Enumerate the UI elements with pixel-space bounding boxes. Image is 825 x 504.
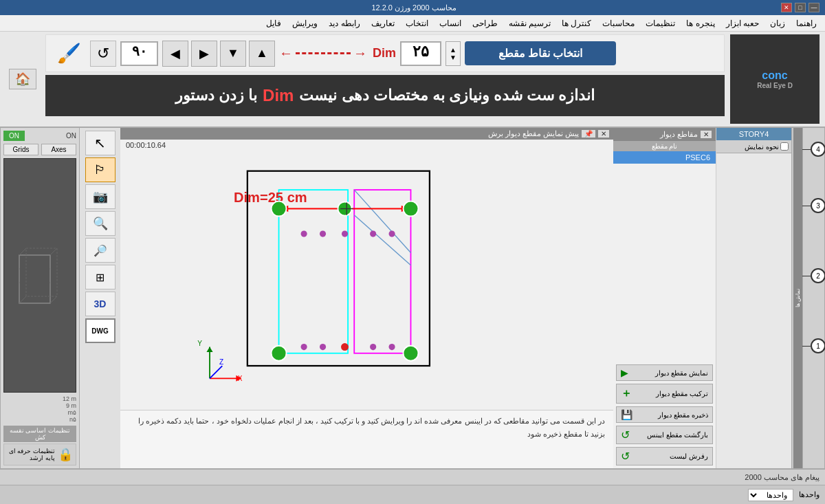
svg-point-14 [404, 346, 419, 361]
menu-item-definitions[interactable]: تعاریف [366, 17, 400, 30]
section-close-btn[interactable]: ✕ [701, 131, 712, 138]
display-checkbox[interactable] [780, 142, 789, 151]
lock-icon: 🔒 [58, 447, 73, 462]
menu-item-settings[interactable]: تنظیمات [640, 17, 681, 30]
reload-icon: ↺ [621, 428, 630, 441]
unit-select[interactable]: واحدها متر سانتیمتر [748, 489, 793, 501]
reload-section-label: بارگشت مقطع ایبنس [647, 431, 708, 439]
save-icon: 💾 [621, 409, 632, 420]
3d-view-tool[interactable]: 3D [85, 292, 116, 316]
arrow-left-button[interactable]: ◀ [162, 41, 188, 67]
svg-point-17 [342, 231, 348, 237]
pointer-tool[interactable]: ↖ [85, 131, 116, 155]
on-button[interactable]: ON [3, 131, 25, 141]
arrow-up-button[interactable]: ▲ [249, 41, 275, 67]
svg-point-24 [388, 344, 395, 350]
menu-item-toolbox[interactable]: حعبه ابزار [720, 17, 764, 30]
camera-tool[interactable]: 📷 [85, 184, 116, 209]
grids-button[interactable]: Grids [3, 144, 38, 155]
preview-pin-btn[interactable]: 📌 [582, 130, 595, 138]
menu-item-map[interactable]: ترسیم نقشه [503, 17, 556, 30]
section-item-psec6[interactable]: PSEC6 [613, 151, 716, 164]
arrow-right-button[interactable]: ▶ [191, 41, 217, 67]
nav-arrows: ◀ ▶ ▼ ▲ [162, 41, 275, 67]
far-right-panel: ON ON Axes Grids 12 m 9 [0, 128, 79, 468]
show-section-button[interactable]: نمایش مقطع دیوار ▶ [616, 364, 713, 381]
svg-text:Dim=25 cm: Dim=25 cm [234, 190, 307, 205]
svg-point-13 [272, 346, 287, 361]
unit-label: واحدها [799, 490, 820, 499]
story-marker-4: 4 [811, 142, 825, 157]
home-icon[interactable]: 🏠 [9, 69, 36, 89]
right-num-4: n۵ [3, 416, 76, 423]
reload-section-button[interactable]: بارگشت مقطع ایبنس ↺ [616, 426, 713, 444]
section-header: ✕ مقاطع دیوار [613, 128, 716, 141]
story-panel: STORY4 نحوه نمایش [716, 128, 792, 468]
story-header: STORY4 [716, 128, 791, 140]
3d-view-area [3, 158, 76, 393]
axes-button[interactable]: Axes [41, 144, 76, 155]
menu-item-view[interactable]: رابطه دید [323, 17, 365, 30]
close-button[interactable]: ✕ [781, 3, 792, 12]
undo-button[interactable]: ↺ [90, 41, 116, 67]
menu-item-calculations[interactable]: محاسبات [597, 17, 640, 30]
drawing-area: ✕ 📌 پیش نمایش مقطع دیوار برش 00:00:10.64 [120, 128, 613, 468]
menu-item-file[interactable]: فایل [261, 17, 287, 30]
on-label: ON [66, 132, 76, 140]
save-section-button[interactable]: ذخیره مقطع دیوار 💾 [616, 406, 713, 423]
refresh-list-button[interactable]: رفرش لیست ↺ [616, 447, 713, 465]
svg-text:X: X [238, 375, 243, 382]
arrow-down-button[interactable]: ▼ [220, 41, 246, 67]
menu-item-help[interactable]: راهنما [791, 17, 822, 30]
combine-section-button[interactable]: ترکیب مقطع دیوار ＋ [616, 384, 713, 404]
menu-item-controls[interactable]: کنترل ها [556, 17, 597, 30]
menu-item-relations[interactable]: انساب [434, 17, 467, 30]
dwg-button[interactable]: DWG [85, 318, 116, 343]
right-numbers: 12 m 9 m m۵ n۵ [3, 395, 76, 423]
drawing-canvas: 00:00:10.64 Dim=25 [120, 140, 613, 410]
zoom-out-tool[interactable]: 🔎 [85, 238, 116, 263]
section-buttons: نمایش مقطع دیوار ▶ ترکیب مقطع دیوار ＋ ذخ… [613, 362, 716, 468]
bottom-bar: واحدها واحدها متر سانتیمتر [0, 485, 825, 504]
preview-header-label: پیش نمایش مقطع دیوار برش [488, 129, 579, 138]
svg-point-10 [272, 201, 287, 217]
svg-point-12 [404, 201, 419, 217]
menu-item-windows[interactable]: پنجره ها [681, 17, 720, 30]
section-panel: ✕ مقاطع دیوار نام مقطع PSEC6 نمایش مقطع … [613, 128, 716, 468]
svg-point-20 [301, 344, 307, 350]
instruction-start: با زدن دستور [175, 87, 257, 105]
select-points-label[interactable]: انتخاب نقاط مقطع [465, 41, 616, 65]
story-marker-1: 1 [811, 338, 825, 353]
title-bar-controls[interactable]: — □ ✕ [781, 3, 820, 12]
maximize-button[interactable]: □ [795, 3, 806, 12]
instruction-rest: اندازه ست شده ونیازی به مختصات دهی نیست [299, 87, 595, 105]
menu-bar: راهنما زبان حعبه ابزار پنجره ها تنظیمات … [0, 15, 825, 32]
left-panel-text: نماش ها [793, 128, 802, 468]
preview-close-btn[interactable]: ✕ [598, 130, 609, 138]
drawing-info: در این قسمت می توانید مقاطعی که در ایبنس… [120, 410, 613, 468]
menu-item-design[interactable]: طراحی [467, 17, 503, 30]
display-toggle[interactable]: نحوه نمایش [716, 140, 791, 153]
menu-item-edit[interactable]: ویرایش [287, 17, 323, 30]
menu-item-select[interactable]: انتخاب [400, 17, 434, 30]
flag-tool[interactable]: 🏳 [85, 157, 116, 182]
value-input[interactable]: ۲۵ [400, 41, 441, 66]
status-bar: پیغام های محاسب 2000 [0, 468, 825, 485]
zoom-in-tool[interactable]: 🔍 [85, 211, 116, 236]
axes-grids-row: Axes Grids [3, 144, 76, 155]
props-header: تنظیمات اساسی نقسه کش [3, 426, 76, 442]
value-up-button[interactable]: ▲▼ [446, 41, 461, 66]
refresh-icon: ↺ [621, 450, 630, 463]
menu-item-language[interactable]: زبان [764, 17, 791, 30]
svg-point-19 [388, 231, 395, 237]
minimize-button[interactable]: — [808, 3, 820, 12]
svg-line-38 [19, 248, 26, 255]
toolbar-area: conc Real Eye D 🖌️ ↺ ۹۰ ◀ ▶ ▼ ▲ ← → Dim [0, 32, 825, 128]
preview-header: ✕ 📌 پیش نمایش مقطع دیوار برش [120, 128, 613, 140]
svg-line-39 [50, 248, 57, 255]
zoom-fit-tool[interactable]: ⊞ [85, 265, 116, 289]
section-header-label: مقاطع دیوار [660, 130, 698, 139]
angle-input[interactable]: ۹۰ [120, 41, 158, 66]
brush-icon: 🖌️ [52, 36, 86, 71]
props-lock-row[interactable]: 🔒 تنظیمات حرفه ای پایه ارشد [3, 443, 76, 465]
